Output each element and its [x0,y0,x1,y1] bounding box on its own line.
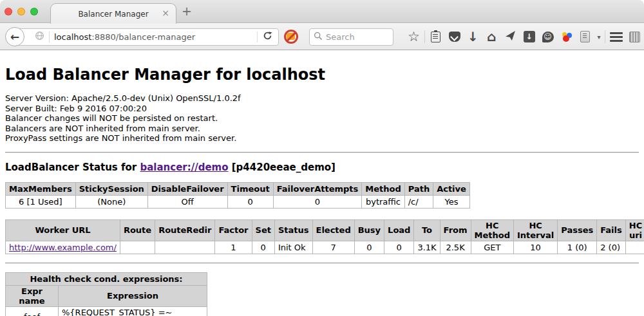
table-row: 6 [1 Used] (None) Off 0 0 bytraffic /c/ … [6,195,470,208]
paper-plane-icon [505,30,516,44]
url-host: localhost [54,32,91,42]
table-header-row: Worker URL Route RouteRedir Factor Set S… [6,219,644,241]
toolbar-divider [424,30,425,43]
extension-dots-button[interactable] [557,31,576,42]
reload-icon[interactable] [263,31,272,43]
pocket-icon [449,32,460,42]
home-button[interactable]: ⌂ [482,30,501,43]
menu-button[interactable] [607,32,625,42]
persist-note-line: Balancer changes will NOT be persisted o… [5,113,639,124]
balancer-settings-table: MaxMembers StickySession DisableFailover… [5,182,470,209]
tab-mosaic-button[interactable] [625,32,644,42]
divider [5,152,639,153]
window-controls [5,8,38,15]
bookmark-star-icon[interactable]: ☆ [408,30,420,44]
table-row: foof %{REQUEST_STATUS} =~ /^[234]/ [6,306,207,316]
navigation-toolbar: ← localhost :8880/balancer-manager [0,24,644,50]
globe-icon [35,31,44,43]
clipboard-icon [431,32,440,42]
balancer-status-heading: LoadBalancer Status for balancer://demo … [5,162,639,173]
back-arrow-icon: ← [10,30,19,43]
toolbar-icons: ☆ ↓ ⌂ ↓ ☺ ▾ [404,24,644,50]
search-bar[interactable] [309,28,393,46]
colored-dots-icon [561,31,573,42]
video-download-button[interactable]: ↓ [520,31,538,42]
health-check-table: Health check cond. expressions: Expr nam… [5,272,207,316]
toolbar-divider [605,30,605,43]
tab-title: Balancer Manager [78,10,148,19]
reading-list-button[interactable] [426,32,445,42]
download-arrow-icon: ↓ [468,30,478,43]
table-header-row: MaxMembers StickySession DisableFailover… [6,182,470,195]
tab-balancer-manager[interactable]: Balancer Manager × [50,3,176,24]
download-square-icon: ↓ [524,31,535,42]
table-row: http://www.example.com/ 1 0 Init Ok 7 0 … [6,241,644,254]
tab-close-icon[interactable]: × [162,8,169,17]
notepad-icon [580,31,590,42]
back-button[interactable]: ← [5,27,24,46]
url-divider [49,32,50,42]
page-content: Load Balancer Manager for localhost Serv… [0,50,644,316]
url-path: :8880/balancer-manager [91,32,195,42]
table-header-row: Expr name Expression [6,285,207,306]
divider [5,263,639,264]
flashblock-icon[interactable] [284,30,298,44]
url-bar[interactable]: localhost :8880/balancer-manager [15,28,279,46]
server-built-line: Server Built: Feb 9 2016 07:00:20 [5,104,639,114]
server-version-line: Server Version: Apache/2.5.0-dev (Unix) … [5,93,639,104]
window-minimize-button[interactable] [17,8,25,15]
overflow-caret-icon[interactable]: ▾ [594,33,603,41]
reload-zone [257,29,278,45]
send-tab-button[interactable] [501,30,520,44]
new-tab-button[interactable]: + [182,5,192,17]
proxypass-note-line: ProxyPass settings are NOT inherited fro… [5,133,639,144]
pocket-button[interactable] [445,32,464,42]
chat-button[interactable]: ☺ [538,32,557,42]
notes-button[interactable] [576,31,594,42]
page-title: Load Balancer Manager for localhost [5,66,639,84]
search-input[interactable] [326,32,384,42]
window-zoom-button[interactable] [30,8,38,15]
reload-divider [257,32,258,42]
table-title-row: Health check cond. expressions: [6,272,207,285]
inherit-note-line: Balancers are NOT inherited from main se… [5,124,639,134]
worker-url-link[interactable]: http://www.example.com/ [9,243,117,252]
hamburger-icon [610,32,623,42]
smiley-bubble-icon: ☺ [542,32,554,42]
balancer-demo-link[interactable]: balancer://demo [140,162,228,173]
downloads-button[interactable]: ↓ [464,30,482,43]
worker-table: Worker URL Route RouteRedir Factor Set S… [5,219,644,254]
tab-bar: Balancer Manager × + [0,0,644,23]
grid-icon [629,32,640,42]
search-icon [314,31,323,43]
home-icon: ⌂ [487,30,496,43]
browser-window: Balancer Manager × + ← localhost :8880/b… [0,0,644,316]
window-close-button[interactable] [5,8,12,15]
